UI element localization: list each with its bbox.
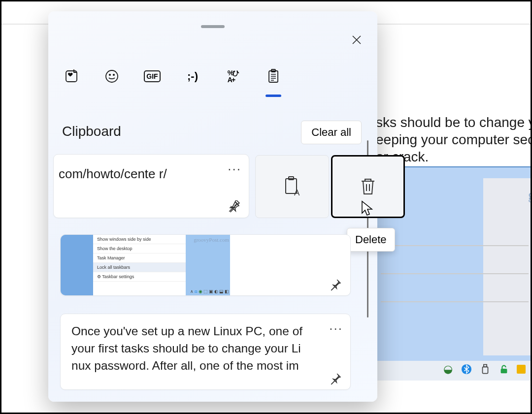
bluetooth-icon — [461, 363, 472, 375]
tab-kaomoji[interactable]: ;-) — [182, 65, 203, 87]
tab-clipboard[interactable] — [263, 65, 284, 87]
clipboard-image-thumbnail: Show windows side by side Show the deskt… — [61, 235, 230, 295]
drag-handle[interactable] — [201, 25, 225, 28]
thumbnail-tray: ∧⧈◉⬚▣◐⬓◧ — [190, 289, 229, 294]
pin-button[interactable] — [328, 277, 343, 292]
clipboard-item-text[interactable]: com/howto/cente r/ ··· — [53, 154, 249, 218]
kaomoji-icon: ;-) — [187, 70, 198, 83]
background-text-line: eeping your computer sec — [376, 132, 532, 148]
background-ruled-lines — [381, 218, 529, 329]
paste-text-icon: A — [282, 176, 302, 197]
svg-point-5 — [106, 70, 118, 82]
svg-text:A: A — [294, 188, 300, 197]
clipboard-item-image[interactable]: Show windows side by side Show the deskt… — [60, 234, 351, 296]
more-button[interactable]: ··· — [329, 321, 343, 336]
sticker-heart-icon — [65, 69, 78, 83]
trash-icon — [359, 177, 377, 196]
clipboard-item-content: com/howto/cente r/ — [59, 165, 238, 183]
gif-icon: GIF — [144, 70, 160, 82]
close-button[interactable] — [347, 30, 366, 50]
background-system-tray: ◒ — [442, 363, 526, 375]
lock-icon — [498, 363, 510, 375]
tab-emoji[interactable] — [101, 65, 123, 87]
clipboard-item-content: Once you've set up a new Linux PC, one o… — [71, 323, 322, 374]
tab-symbols[interactable]: %ひ A+ — [222, 65, 244, 87]
background-watermark: groovyPo — [528, 187, 532, 203]
background-text-line: sks should be to change y — [376, 115, 532, 130]
svg-point-7 — [113, 74, 114, 75]
pin-icon — [329, 278, 342, 291]
delete-tooltip: Delete — [347, 228, 395, 252]
delete-button[interactable] — [331, 155, 405, 218]
svg-rect-2 — [483, 367, 488, 373]
pin-icon — [329, 372, 342, 385]
category-tabs: GIF ;-) %ひ A+ — [61, 65, 284, 87]
tab-gif[interactable]: GIF — [141, 65, 163, 87]
pin-button[interactable] — [328, 371, 343, 386]
paste-as-text-button[interactable]: A — [255, 155, 329, 218]
clipboard-panel: GIF ;-) %ひ A+ Clipboard Clear all com/ho… — [48, 11, 377, 402]
section-title: Clipboard — [62, 124, 121, 139]
emoji-icon — [104, 69, 119, 84]
symbols-icon: %ひ A+ — [228, 69, 238, 83]
tab-stickers[interactable] — [61, 65, 82, 87]
thumbnail-context-menu: Show windows side by side Show the deskt… — [93, 235, 186, 295]
clear-all-button[interactable]: Clear all — [301, 121, 362, 144]
shield-icon: ◒ — [442, 363, 454, 375]
box-icon — [517, 365, 526, 374]
clipboard-item-text[interactable]: Once you've set up a new Linux PC, one o… — [60, 314, 351, 390]
svg-point-6 — [109, 74, 110, 75]
close-icon — [351, 34, 363, 46]
pin-button[interactable] — [226, 199, 242, 215]
thumbnail-watermark: groovyPost.com — [194, 237, 229, 243]
more-button[interactable]: ··· — [228, 161, 241, 177]
usb-icon — [479, 363, 491, 375]
clipboard-icon — [267, 69, 280, 84]
pin-icon — [228, 200, 240, 213]
svg-rect-3 — [501, 369, 507, 373]
